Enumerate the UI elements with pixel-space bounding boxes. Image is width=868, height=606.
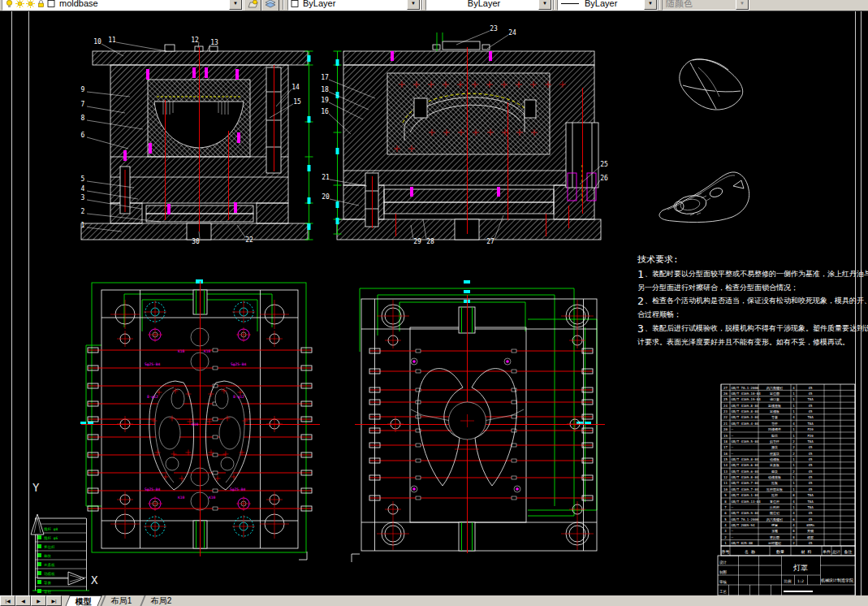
callout-number: 28 [426,238,434,245]
bom-cell: T8A [807,422,814,426]
bom-cell: 45 [809,481,813,485]
bom-cell: GB/T 70.1-2000 [732,386,759,390]
bom-cell: 橡胶 [807,535,814,539]
bom-cell: 45 [809,404,813,408]
bom-cell: — [732,505,734,509]
autocad-window: { "colors":{"background":"#000000","line… [0,0,868,606]
bom-cell: 13 [723,470,728,474]
tab-layout1[interactable]: 布局1 [100,595,141,606]
color-combo[interactable]: ByLayer ▼ [287,0,421,11]
bom-cell: T8A [807,415,814,419]
callout-number: 20 [322,193,330,201]
lineweight-value: ByLayer [581,0,644,8]
layer-properties-toolbar: moldbase ▼ ByLayer ▼ ByLayer ▼ ByLayer ▼… [0,0,868,11]
linetype-combo[interactable]: ByLayer ▼ [425,0,552,11]
callout-number: 23 [490,25,498,32]
lock-icon[interactable] [37,0,45,8]
bom-cell: 推杆固定板 [767,487,783,491]
tab-nav-next[interactable]: ▶ [31,595,46,606]
callout-number: 2 [81,208,85,215]
tech-line: 另一分型面进行对擦研合，检查分型面锁合情况； [637,284,798,292]
bom-cell: T8A [807,493,814,497]
layer-dropdown-arrow[interactable]: ▼ [229,0,242,10]
bom-cell: GB/T 4169.8-84 [732,409,759,413]
linetype-value: ByLayer [426,0,538,8]
callout-number: 11 [108,37,116,44]
bom-cell: T8A [807,397,814,401]
bom-cell: 水嘴 [771,529,778,533]
bom-cell: 1 [792,409,795,413]
scale-value: 1:2 [797,579,804,583]
bom-header-cell: 序号 [722,549,730,555]
bulb-icon[interactable] [5,0,14,8]
bom-cell: GB/T 4169.8-84 [732,404,759,408]
bom-cell: 浇口套 [770,397,779,401]
technical-requirements: 技术要求: 1、装配时要以分型面较平整或不易整修的一侧作为基准，涂上红丹油与另一… [637,254,868,346]
tab-nav-first[interactable]: |◀ [0,595,15,606]
bom-cell: 6 [724,511,727,515]
make-object-layer-current-button[interactable] [244,0,261,11]
callout-number: 6 [81,132,85,139]
callout-number: 14 [291,84,300,91]
color-chip[interactable] [47,0,56,8]
strip-cell: 推杆 φ6 [43,535,58,540]
bom-cell: 12 [723,475,728,479]
callout-number: 21 [322,174,330,181]
bom-cell: 27 [723,386,728,390]
bom-cell: 8 [792,529,795,533]
tab-layout2[interactable]: 布局2 [140,595,181,606]
title-block-field: 审核 [719,580,728,584]
bom-cell: 内六角螺钉 [767,386,784,391]
lineweight-dropdown-arrow[interactable]: ▼ [644,0,657,10]
bom-cell: P20 [807,427,814,431]
title-block: 设计制图审核工艺 灯罩 机械设计制造学院 比例 1:2 [718,556,855,595]
layer-state-icons[interactable] [2,0,56,8]
sun-icon[interactable] [26,0,35,8]
lineweight-combo[interactable]: ByLayer ▼ [557,0,658,11]
cooling-lines-1 [88,348,312,511]
tab-nav-last[interactable]: ▶| [46,595,62,606]
bom-cell: 65Mn [806,523,814,527]
bom-cell: — [732,452,734,456]
callout-number: 25 [600,161,608,168]
bom-cell: 8 [792,493,795,497]
title-block-field: 工艺 [719,589,728,594]
ucs-x-label: X [91,574,98,587]
tech-line: 、装配时要以分型面较平整或不易整修的一侧作为基准，涂上红丹油与 [645,270,868,278]
sun-icon[interactable] [15,0,24,8]
tech-line: 合过程顺畅； [637,310,681,318]
bom-cell: GB/T 4169.7-84 [732,481,759,485]
bom-cell: 4 [792,386,795,390]
bom-cell: 复位杆 [770,500,779,504]
color-value: ByLayer [300,0,407,8]
tab-nav-prev[interactable]: ◀ [15,595,31,606]
linetype-dropdown-arrow[interactable]: ▼ [538,0,551,10]
bom-cell: 吊环螺钉 [768,541,782,545]
bom-header-cell: 备注 [844,549,853,554]
layers-dialog-button[interactable] [261,0,279,11]
color-dropdown-arrow[interactable]: ▼ [407,0,420,10]
strip-cell: 导套 [44,581,52,585]
bom-cell: 型芯 [771,434,778,438]
bom-cell: 19 [723,434,728,438]
bom-cell: GB/T 4169.10-84 [732,392,762,396]
plan-view-1: Sφ25-B4Sφ25-B48-φ128-φ12K10K10K10Sφ25-B4… [80,279,320,560]
model-space-canvas[interactable]: 1011121397865432114153022 2324171819 [0,11,868,595]
bom-cell: 限位钉 [770,511,780,515]
bom-cell: 1 [792,457,795,461]
bom-cell: 滑块 [771,445,778,449]
bom-cell: 楔紧块 [770,452,779,456]
bom-cell: 2 [792,439,795,444]
layer-make-current-icon [248,0,258,9]
bom-cell: 推杆 [771,493,778,497]
section-view-1: 1011121397865432114153022 [81,37,313,245]
bom-cell: GB/T 4169.6-84 [732,470,759,474]
bom-cell: 45 [809,409,813,413]
bom-cell: 4 [792,422,795,426]
bom-cell: 1 [792,397,795,401]
callout-number: 29 [413,238,421,245]
tab-model[interactable]: 模型 [65,595,102,606]
layer-combo[interactable]: moldbase ▼ [2,0,243,11]
toolbar-separator [421,0,423,10]
bom-cell: 26 [723,392,728,396]
